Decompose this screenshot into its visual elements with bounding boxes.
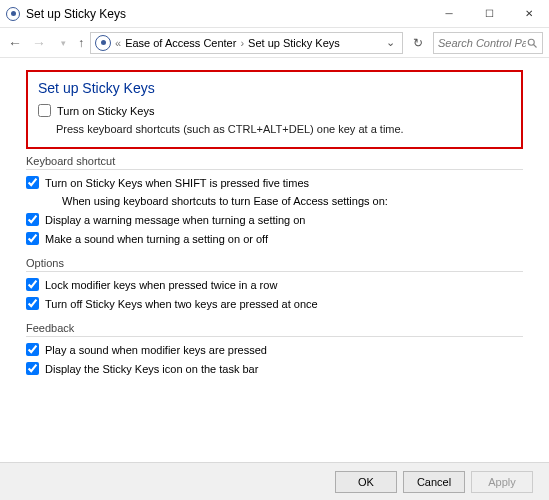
section-title: Keyboard shortcut <box>26 155 523 170</box>
chevron-icon: « <box>115 37 121 49</box>
up-button[interactable]: ↑ <box>78 36 84 50</box>
turn-off-two-keys-row[interactable]: Turn off Sticky Keys when two keys are p… <box>26 297 523 310</box>
nav-bar: ← → ▾ ↑ « Ease of Access Center › Set up… <box>0 28 549 58</box>
keyboard-shortcut-section: Keyboard shortcut Turn on Sticky Keys wh… <box>26 155 523 245</box>
forward-button[interactable]: → <box>30 35 48 51</box>
maximize-button[interactable]: ☐ <box>469 0 509 28</box>
control-panel-icon <box>95 35 111 51</box>
page-title: Set up Sticky Keys <box>38 80 511 96</box>
search-box[interactable] <box>433 32 543 54</box>
chevron-icon: › <box>240 37 244 49</box>
make-sound-row[interactable]: Make a sound when turning a setting on o… <box>26 232 523 245</box>
checkbox-label: Play a sound when modifier keys are pres… <box>45 344 267 356</box>
feedback-section: Feedback Play a sound when modifier keys… <box>26 322 523 375</box>
refresh-button[interactable]: ↻ <box>409 36 427 50</box>
turn-on-sticky-keys-checkbox[interactable] <box>38 104 51 117</box>
hero-section: Set up Sticky Keys Turn on Sticky Keys P… <box>26 70 523 149</box>
footer-bar: OK Cancel Apply <box>0 462 549 500</box>
ok-button[interactable]: OK <box>335 471 397 493</box>
lock-modifier-row[interactable]: Lock modifier keys when pressed twice in… <box>26 278 523 291</box>
taskbar-icon-row[interactable]: Display the Sticky Keys icon on the task… <box>26 362 523 375</box>
checkbox-label: Turn on Sticky Keys when SHIFT is presse… <box>45 177 309 189</box>
warning-message-checkbox[interactable] <box>26 213 39 226</box>
lock-modifier-checkbox[interactable] <box>26 278 39 291</box>
search-input[interactable] <box>438 37 526 49</box>
shift-five-times-checkbox[interactable] <box>26 176 39 189</box>
checkbox-label: Display a warning message when turning a… <box>45 214 305 226</box>
cancel-button[interactable]: Cancel <box>403 471 465 493</box>
checkbox-label: Turn off Sticky Keys when two keys are p… <box>45 298 318 310</box>
address-dropdown[interactable]: ⌄ <box>383 36 398 49</box>
turn-off-two-keys-checkbox[interactable] <box>26 297 39 310</box>
svg-point-0 <box>528 39 534 45</box>
window-title: Set up Sticky Keys <box>26 7 429 21</box>
turn-on-sticky-keys-label: Turn on Sticky Keys <box>57 105 154 117</box>
svg-line-1 <box>534 44 537 47</box>
section-title: Options <box>26 257 523 272</box>
breadcrumb-item[interactable]: Set up Sticky Keys <box>248 37 340 49</box>
search-icon <box>526 36 538 50</box>
checkbox-label: Lock modifier keys when pressed twice in… <box>45 279 277 291</box>
make-sound-checkbox[interactable] <box>26 232 39 245</box>
play-sound-checkbox[interactable] <box>26 343 39 356</box>
options-section: Options Lock modifier keys when pressed … <box>26 257 523 310</box>
sub-description: When using keyboard shortcuts to turn Ea… <box>62 195 523 207</box>
control-panel-icon <box>6 7 20 21</box>
title-bar: Set up Sticky Keys ─ ☐ ✕ <box>0 0 549 28</box>
close-button[interactable]: ✕ <box>509 0 549 28</box>
turn-on-sticky-keys-row[interactable]: Turn on Sticky Keys <box>38 104 511 117</box>
apply-button[interactable]: Apply <box>471 471 533 493</box>
taskbar-icon-checkbox[interactable] <box>26 362 39 375</box>
address-bar[interactable]: « Ease of Access Center › Set up Sticky … <box>90 32 403 54</box>
back-button[interactable]: ← <box>6 35 24 51</box>
content-area: Set up Sticky Keys Turn on Sticky Keys P… <box>0 58 549 454</box>
checkbox-label: Make a sound when turning a setting on o… <box>45 233 268 245</box>
breadcrumb-item[interactable]: Ease of Access Center <box>125 37 236 49</box>
section-title: Feedback <box>26 322 523 337</box>
play-sound-row[interactable]: Play a sound when modifier keys are pres… <box>26 343 523 356</box>
shift-five-times-row[interactable]: Turn on Sticky Keys when SHIFT is presse… <box>26 176 523 189</box>
warning-message-row[interactable]: Display a warning message when turning a… <box>26 213 523 226</box>
minimize-button[interactable]: ─ <box>429 0 469 28</box>
checkbox-label: Display the Sticky Keys icon on the task… <box>45 363 258 375</box>
hero-description: Press keyboard shortcuts (such as CTRL+A… <box>56 123 511 135</box>
recent-dropdown[interactable]: ▾ <box>54 38 72 48</box>
